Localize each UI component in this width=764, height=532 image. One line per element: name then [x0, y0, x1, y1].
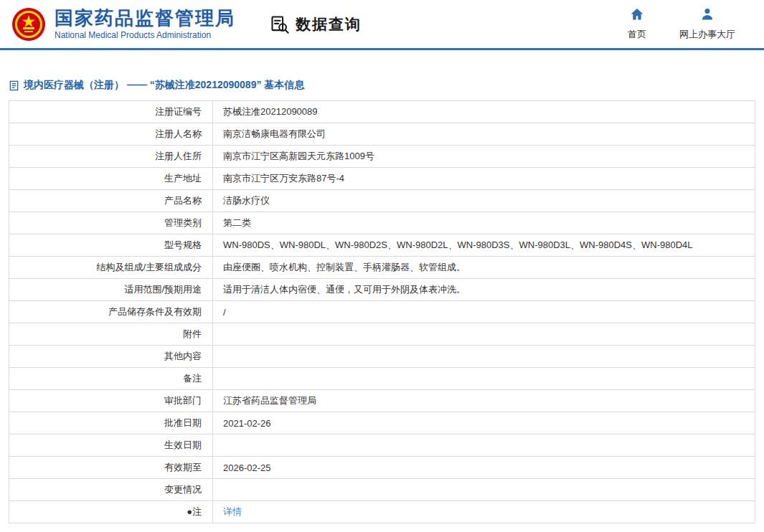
- org-identity: 国家药品监督管理局 National Medical Products Admi…: [55, 8, 235, 41]
- field-label: 管理类别: [9, 212, 213, 234]
- table-row: 注册证编号 苏械注准20212090089: [9, 101, 755, 123]
- field-label: ●注: [9, 501, 213, 523]
- header: 国家药品监督管理局 National Medical Products Admi…: [0, 0, 764, 50]
- top-nav: 首页 网上办事大厅: [628, 7, 735, 41]
- table-row: ●注 详情: [9, 501, 755, 523]
- table-row: 注册人住所 南京市江宁区高新园天元东路1009号: [9, 146, 755, 168]
- table-row: 其他内容: [9, 346, 755, 368]
- field-value: [213, 434, 755, 457]
- table-row: 产品储存条件及有效期 /: [9, 301, 755, 323]
- table-row: 产品名称 洁肠水疗仪: [9, 190, 755, 212]
- field-label: 备注: [9, 368, 213, 390]
- field-label: 生产地址: [9, 168, 213, 190]
- field-value: [213, 346, 755, 368]
- field-label: 注册人名称: [9, 123, 213, 146]
- nav-home[interactable]: 首页: [628, 7, 646, 41]
- table-row: 附件: [9, 323, 755, 346]
- field-label: 注册证编号: [9, 101, 213, 123]
- field-label: 审批部门: [9, 390, 213, 412]
- field-label: 附件: [9, 323, 213, 346]
- data-query-icon: [270, 14, 290, 34]
- field-value: 由座便圈、喷水机构、控制装置、手柄灌肠器、软管组成。: [213, 257, 755, 279]
- table-row: 结构及组成/主要组成成分 由座便圈、喷水机构、控制装置、手柄灌肠器、软管组成。: [9, 257, 755, 279]
- field-value: [213, 368, 755, 390]
- field-value: 2021-02-26: [213, 412, 755, 434]
- field-label: 批准日期: [9, 412, 213, 434]
- table-row: 变更情况: [9, 479, 755, 501]
- table-row: 有效期至 2026-02-25: [9, 457, 755, 479]
- field-label: 型号规格: [9, 234, 213, 257]
- field-label: 注册人住所: [9, 146, 213, 168]
- org-name-en: National Medical Products Administration: [55, 30, 235, 40]
- table-row: 生效日期: [9, 434, 755, 457]
- field-label: 产品储存条件及有效期: [9, 301, 213, 323]
- table-row: 注册人名称 南京洁畅康电器有限公司: [9, 123, 755, 146]
- nav-service-hall-label: 网上办事大厅: [679, 28, 735, 41]
- field-value: 2026-02-25: [213, 457, 755, 479]
- field-value: 适用于清洁人体内宿便、通便，又可用于外阴及体表冲洗。: [213, 279, 755, 301]
- national-emblem-icon: [11, 7, 46, 42]
- detail-link[interactable]: 详情: [223, 506, 242, 517]
- field-value: 江苏省药品监督管理局: [213, 390, 755, 412]
- field-label: 其他内容: [9, 346, 213, 368]
- field-label: 适用范围/预期用途: [9, 279, 213, 301]
- field-value: 南京市江宁区高新园天元东路1009号: [213, 146, 755, 168]
- field-value: 南京洁畅康电器有限公司: [213, 123, 755, 146]
- field-value: 详情: [213, 501, 755, 523]
- data-query-nav[interactable]: 数据查询: [270, 14, 362, 34]
- field-value: 第二类: [213, 212, 755, 234]
- field-label: 产品名称: [9, 190, 213, 212]
- person-icon: [700, 7, 715, 24]
- field-value: WN-980DS、WN-980DL、WN-980D2S、WN-980D2L、WN…: [213, 234, 755, 257]
- field-value: 苏械注准20212090089: [213, 101, 755, 123]
- table-row: 生产地址 南京市江宁区万安东路87号-4: [9, 168, 755, 190]
- field-label: 有效期至: [9, 457, 213, 479]
- nav-home-label: 首页: [628, 28, 646, 41]
- registration-info-table: 注册证编号 苏械注准20212090089 注册人名称 南京洁畅康电器有限公司 …: [9, 100, 755, 523]
- field-value: /: [213, 301, 755, 323]
- field-label: 生效日期: [9, 434, 213, 457]
- breadcrumb: 境内医疗器械（注册） —— “苏械注准20212090089” 基本信息: [9, 79, 755, 92]
- field-label: 结构及组成/主要组成成分: [9, 257, 213, 279]
- field-value: [213, 479, 755, 501]
- data-query-label: 数据查询: [296, 14, 362, 34]
- org-name-cn: 国家药品监督管理局: [55, 8, 235, 29]
- document-icon: [9, 80, 19, 91]
- field-value: [213, 323, 755, 346]
- table-row: 备注: [9, 368, 755, 390]
- table-row: 批准日期 2021-02-26: [9, 412, 755, 434]
- page-title: 境内医疗器械（注册） —— “苏械注准20212090089” 基本信息: [24, 79, 304, 92]
- nav-service-hall[interactable]: 网上办事大厅: [679, 7, 735, 41]
- table-row: 适用范围/预期用途 适用于清洁人体内宿便、通便，又可用于外阴及体表冲洗。: [9, 279, 755, 301]
- field-value: 南京市江宁区万安东路87号-4: [213, 168, 755, 190]
- field-value: 洁肠水疗仪: [213, 190, 755, 212]
- table-row: 审批部门 江苏省药品监督管理局: [9, 390, 755, 412]
- field-label: 变更情况: [9, 479, 213, 501]
- table-row: 管理类别 第二类: [9, 212, 755, 234]
- home-icon: [630, 7, 644, 24]
- table-row: 型号规格 WN-980DS、WN-980DL、WN-980D2S、WN-980D…: [9, 234, 755, 257]
